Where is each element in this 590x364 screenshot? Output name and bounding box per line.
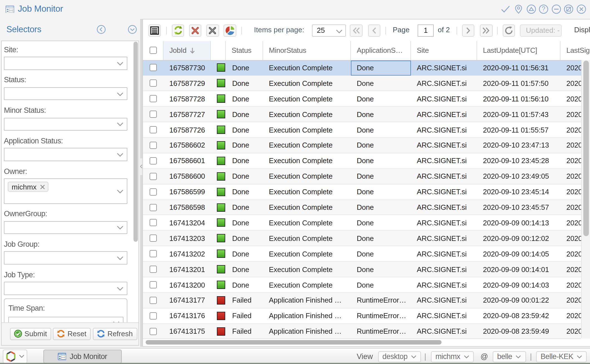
svg-text:?: ? [542,5,546,13]
